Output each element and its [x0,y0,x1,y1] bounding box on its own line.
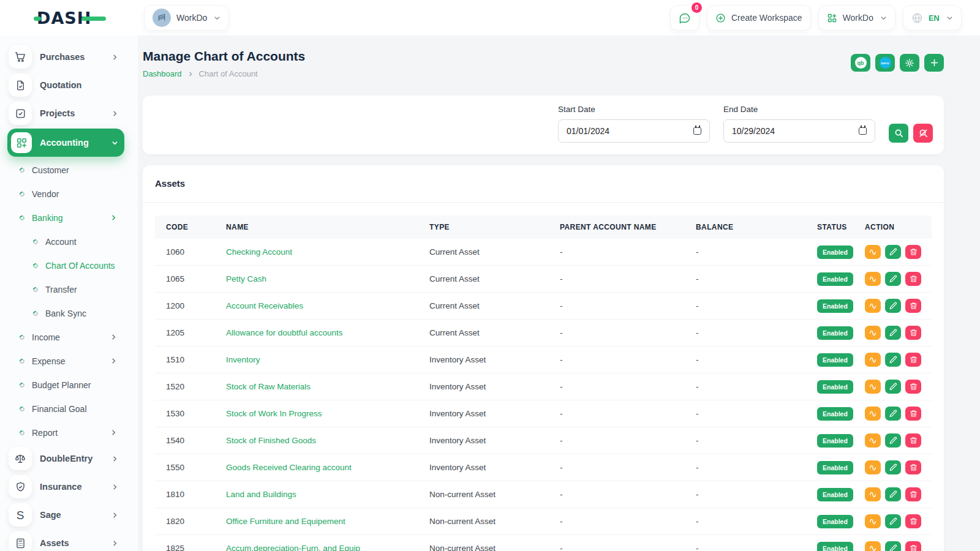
edit-action-button[interactable] [885,460,901,474]
sidebar-item-assets[interactable]: Assets [7,529,124,551]
edit-action-button[interactable] [885,326,901,340]
delete-action-button[interactable] [905,541,921,551]
account-name-link[interactable]: Petty Cash [226,274,266,283]
sidebar-item-banking[interactable]: Banking [7,206,124,230]
edit-action-button[interactable] [885,245,901,259]
chevron-down-icon [214,15,221,21]
delete-action-button[interactable] [905,460,921,474]
delete-action-button[interactable] [905,353,921,367]
xero-icon: xero [880,57,891,69]
sidebar-item-chart-of-accounts[interactable]: Chart Of Accounts [7,253,124,277]
quickbooks-button[interactable]: qb [851,54,870,72]
status-badge[interactable]: Enabled [817,407,853,421]
chart-action-button[interactable] [865,514,881,528]
status-badge[interactable]: Enabled [817,272,853,286]
account-name-link[interactable]: Account Receivables [226,301,303,310]
edit-action-button[interactable] [885,407,901,421]
edit-action-button[interactable] [885,299,901,313]
edit-action-button[interactable] [885,353,901,367]
edit-action-button[interactable] [885,433,901,448]
account-name-link[interactable]: Stock of Finished Goods [226,436,316,445]
sidebar-item-bank-sync[interactable]: Bank Sync [7,301,124,325]
edit-action-button[interactable] [885,272,901,286]
chart-action-button[interactable] [865,460,881,474]
delete-action-button[interactable] [905,380,921,394]
sidebar-item-doubleentry[interactable]: DoubleEntry [7,444,124,473]
chart-action-button[interactable] [865,326,881,340]
sidebar-item-accounting[interactable]: Accounting [7,129,124,157]
sidebar-item-expense[interactable]: Expense [7,349,124,373]
chart-action-button[interactable] [865,407,881,421]
edit-action-button[interactable] [885,487,901,501]
delete-action-button[interactable] [905,433,921,448]
search-button[interactable] [889,124,908,143]
status-badge[interactable]: Enabled [817,353,853,367]
cell-type: Inventory Asset [418,427,549,454]
status-badge[interactable]: Enabled [817,515,853,528]
edit-action-button[interactable] [885,380,901,394]
sidebar-item-purchases[interactable]: Purchases [7,43,124,71]
chart-action-button[interactable] [865,245,881,259]
calendar-icon[interactable] [693,127,701,135]
sidebar-item-income[interactable]: Income [7,325,124,349]
sidebar-item-vendor[interactable]: Vendor [7,182,124,206]
status-badge[interactable]: Enabled [817,434,853,448]
delete-action-button[interactable] [905,487,921,501]
chart-action-button[interactable] [865,541,881,551]
sidebar-item-account[interactable]: Account [7,230,124,253]
start-date-input[interactable]: 01/01/2024 [558,119,710,143]
delete-action-button[interactable] [905,299,921,313]
delete-action-button[interactable] [905,514,921,528]
app-logo[interactable]: DASH [0,9,138,28]
add-account-button[interactable] [924,54,944,72]
sidebar-item-sage[interactable]: SSage [7,501,124,529]
reset-filter-button[interactable] [913,124,933,143]
status-badge[interactable]: Enabled [817,380,853,394]
account-name-link[interactable]: Stock of Work In Progress [226,409,322,418]
account-name-link[interactable]: Office Furniture and Equipement [226,517,345,526]
end-date-input[interactable]: 10/29/2024 [723,119,875,143]
chart-action-button[interactable] [865,299,881,313]
status-badge[interactable]: Enabled [817,542,853,551]
sidebar-item-customer[interactable]: Customer [7,158,124,182]
sidebar-item-financial-goal[interactable]: Financial Goal [7,397,124,421]
status-badge[interactable]: Enabled [817,246,853,259]
edit-action-button[interactable] [885,541,901,551]
sidebar-item-projects[interactable]: Projects [7,99,124,127]
status-badge[interactable]: Enabled [817,488,853,501]
messages-button[interactable]: 0 [670,5,699,31]
account-name-link[interactable]: Land and Buildings [226,490,296,499]
sidebar-item-report[interactable]: Report [7,421,124,444]
account-name-link[interactable]: Goods Received Clearing account [226,463,352,472]
chart-action-button[interactable] [865,433,881,448]
status-badge[interactable]: Enabled [817,461,853,474]
sidebar-item-transfer[interactable]: Transfer [7,277,124,301]
settings-button[interactable] [900,54,919,72]
calendar-icon[interactable] [859,127,867,135]
chart-action-button[interactable] [865,487,881,501]
sidebar-item-quotation[interactable]: Quotation [7,71,124,99]
chart-action-button[interactable] [865,353,881,367]
xero-button[interactable]: xero [875,54,895,72]
sidebar-item-budget-planner[interactable]: Budget Planner [7,373,124,397]
account-name-link[interactable]: Checking Account [226,247,292,257]
delete-action-button[interactable] [905,326,921,340]
account-name-link[interactable]: Stock of Raw Materials [226,382,311,391]
delete-action-button[interactable] [905,272,921,286]
app-switcher-dropdown[interactable]: WorkDo [818,5,895,31]
status-badge[interactable]: Enabled [817,299,853,313]
chart-action-button[interactable] [865,380,881,394]
workspace-selector[interactable]: WorkDo [144,5,229,31]
delete-action-button[interactable] [905,407,921,421]
account-name-link[interactable]: Accum.depreciation-Furn. and Equip [226,544,360,551]
delete-action-button[interactable] [905,245,921,259]
edit-action-button[interactable] [885,514,901,528]
chart-action-button[interactable] [865,272,881,286]
status-badge[interactable]: Enabled [817,326,853,340]
sidebar-item-insurance[interactable]: Insurance [7,473,124,501]
breadcrumb-dashboard-link[interactable]: Dashboard [143,69,182,78]
language-dropdown[interactable]: EN [903,5,962,31]
create-workspace-button[interactable]: Create Workspace [707,5,811,31]
account-name-link[interactable]: Inventory [226,355,260,364]
account-name-link[interactable]: Allowance for doubtful accounts [226,328,343,337]
